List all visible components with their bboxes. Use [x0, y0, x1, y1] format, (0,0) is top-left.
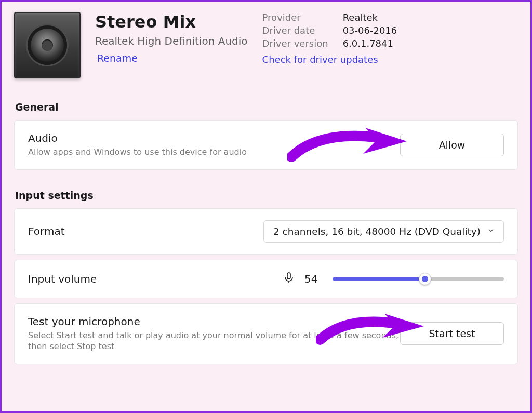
- allow-button[interactable]: Allow: [400, 134, 504, 156]
- input-volume-label: Input volume: [28, 273, 283, 285]
- driver-date-value: 03-06-2016: [343, 25, 397, 36]
- driver-meta: Provider Driver date Driver version Real…: [262, 12, 397, 49]
- test-mic-row: Test your microphone Select Start test a…: [14, 303, 518, 364]
- device-header: Stereo Mix Realtek High Definition Audio…: [14, 12, 518, 78]
- format-row: Format 2 channels, 16 bit, 48000 Hz (DVD…: [14, 208, 518, 255]
- driver-version-value: 6.0.1.7841: [343, 38, 397, 49]
- section-input: Input settings: [15, 190, 518, 201]
- test-title: Test your microphone: [28, 315, 400, 328]
- provider-value: Realtek: [343, 12, 397, 23]
- audio-permission-row: Audio Allow apps and Windows to use this…: [14, 120, 518, 170]
- rename-link[interactable]: Rename: [97, 52, 248, 64]
- section-general: General: [15, 101, 518, 113]
- chevron-down-icon: [487, 226, 495, 237]
- format-value: 2 channels, 16 bit, 48000 Hz (DVD Qualit…: [273, 226, 481, 237]
- driver-version-label: Driver version: [262, 38, 328, 49]
- audio-desc: Allow apps and Windows to use this devic…: [28, 146, 400, 158]
- microphone-icon: [283, 272, 295, 286]
- slider-thumb[interactable]: [419, 273, 431, 285]
- format-select[interactable]: 2 channels, 16 bit, 48000 Hz (DVD Qualit…: [263, 220, 504, 243]
- volume-slider[interactable]: [332, 277, 504, 281]
- driver-date-label: Driver date: [262, 25, 328, 36]
- provider-label: Provider: [262, 12, 328, 23]
- start-test-button[interactable]: Start test: [400, 322, 504, 345]
- audio-title: Audio: [28, 132, 400, 144]
- volume-value: 54: [304, 273, 323, 285]
- device-name: Stereo Mix: [95, 12, 248, 32]
- svg-rect-0: [287, 273, 290, 279]
- speaker-icon: [14, 12, 81, 78]
- format-label: Format: [28, 225, 263, 237]
- test-desc: Select Start test and talk or play audio…: [28, 330, 400, 352]
- input-volume-row: Input volume 54: [14, 260, 518, 298]
- check-updates-link[interactable]: Check for driver updates: [262, 54, 378, 65]
- device-subtitle: Realtek High Definition Audio: [95, 35, 248, 47]
